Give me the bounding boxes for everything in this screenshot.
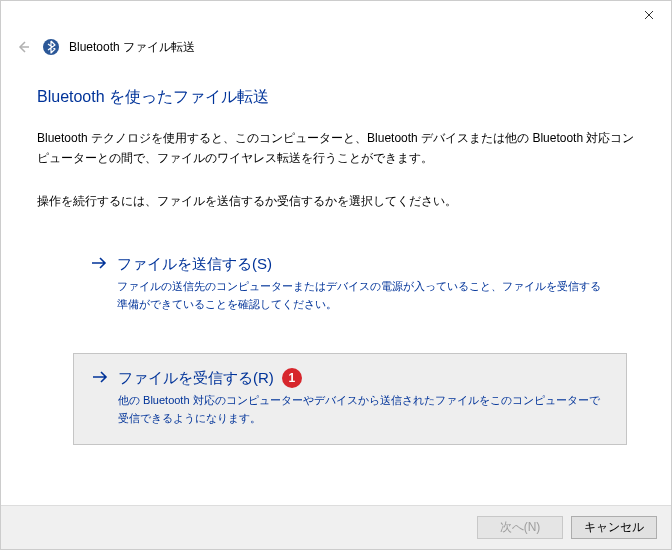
footer: 次へ(N) キャンセル <box>1 505 671 549</box>
header-row: Bluetooth ファイル転送 <box>1 37 671 57</box>
option-receive-files[interactable]: ファイルを受信する(R) 1 他の Bluetooth 対応のコンピューターやデ… <box>73 353 627 444</box>
content-area: Bluetooth を使ったファイル転送 Bluetooth テクノロジを使用す… <box>1 57 671 445</box>
close-button[interactable] <box>626 1 671 29</box>
option-head: ファイルを受信する(R) 1 <box>92 368 608 388</box>
back-button[interactable] <box>13 37 33 57</box>
cancel-button[interactable]: キャンセル <box>571 516 657 539</box>
page-instruction: 操作を続行するには、ファイルを送信するか受信するかを選択してください。 <box>37 191 635 211</box>
option-receive-title-text: ファイルを受信する(R) <box>118 369 274 388</box>
window-title: Bluetooth ファイル転送 <box>69 39 195 56</box>
arrow-right-icon <box>91 256 107 273</box>
option-receive-title: ファイルを受信する(R) 1 <box>118 368 302 388</box>
option-head: ファイルを送信する(S) <box>91 255 609 274</box>
annotation-badge: 1 <box>282 368 302 388</box>
option-list: ファイルを送信する(S) ファイルの送信先のコンピューターまたはデバイスの電源が… <box>37 241 635 444</box>
next-button: 次へ(N) <box>477 516 563 539</box>
page-description: Bluetooth テクノロジを使用すると、このコンピューターと、Bluetoo… <box>37 128 635 169</box>
close-icon <box>644 10 654 20</box>
bluetooth-icon <box>43 39 59 55</box>
page-heading: Bluetooth を使ったファイル転送 <box>37 87 635 108</box>
option-send-files[interactable]: ファイルを送信する(S) ファイルの送信先のコンピューターまたはデバイスの電源が… <box>73 241 627 329</box>
arrow-right-icon <box>92 370 108 387</box>
back-arrow-icon <box>15 39 31 55</box>
option-send-desc: ファイルの送信先のコンピューターまたはデバイスの電源が入っていること、ファイルを… <box>91 278 609 313</box>
option-receive-desc: 他の Bluetooth 対応のコンピューターやデバイスから送信されたファイルを… <box>92 392 608 427</box>
titlebar <box>1 1 671 31</box>
option-send-title: ファイルを送信する(S) <box>117 255 272 274</box>
